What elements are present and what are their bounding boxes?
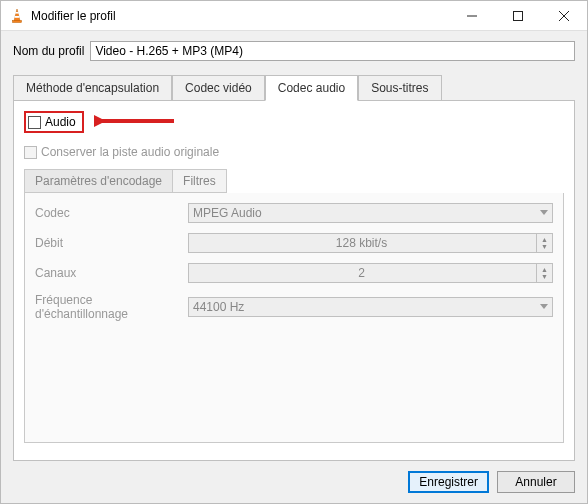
- svg-marker-10: [540, 210, 548, 215]
- keep-original-row: Conserver la piste audio originale: [24, 145, 564, 159]
- codec-select: MPEG Audio: [188, 203, 553, 223]
- chevron-down-icon: [540, 210, 548, 216]
- samplerate-value: 44100 Hz: [193, 300, 244, 314]
- vlc-cone-icon: [9, 8, 25, 24]
- tab-subtitles[interactable]: Sous-titres: [358, 75, 441, 100]
- subtab-encoding-params[interactable]: Paramètres d'encodage: [24, 169, 173, 193]
- channels-label: Canaux: [35, 266, 180, 280]
- codec-value: MPEG Audio: [193, 206, 262, 220]
- codec-label: Codec: [35, 206, 180, 220]
- encoding-subtabs: Paramètres d'encodage Filtres: [24, 169, 564, 193]
- cancel-button[interactable]: Annuler: [497, 471, 575, 493]
- spinner-arrows-icon: ▲▼: [536, 234, 548, 252]
- dialog-window: Modifier le profil Nom du profil Méthode…: [0, 0, 588, 504]
- tab-encapsulation[interactable]: Méthode d'encapsulation: [13, 75, 172, 100]
- encoding-params-area: Codec MPEG Audio Débit 128 kbit/s ▲▼: [24, 193, 564, 443]
- annotation-arrow-icon: [94, 111, 184, 131]
- audio-checkbox-highlight: Audio: [24, 111, 84, 133]
- profile-name-input[interactable]: [90, 41, 575, 61]
- close-button[interactable]: [541, 1, 587, 31]
- samplerate-row: Fréquence d'échantillonnage 44100 Hz: [35, 293, 553, 321]
- save-button[interactable]: Enregistrer: [408, 471, 489, 493]
- bitrate-label: Débit: [35, 236, 180, 250]
- keep-original-label: Conserver la piste audio originale: [41, 145, 219, 159]
- profile-name-label: Nom du profil: [13, 44, 84, 58]
- tab-audio-codec[interactable]: Codec audio: [265, 75, 358, 101]
- spinner-arrows-icon: ▲▼: [536, 264, 548, 282]
- svg-rect-1: [15, 12, 18, 14]
- samplerate-select: 44100 Hz: [188, 297, 553, 317]
- bitrate-row: Débit 128 kbit/s ▲▼: [35, 233, 553, 253]
- dialog-footer: Enregistrer Annuler: [1, 461, 587, 503]
- svg-marker-11: [540, 304, 548, 309]
- bitrate-spinner: 128 kbit/s ▲▼: [188, 233, 553, 253]
- svg-marker-0: [14, 9, 20, 21]
- minimize-button[interactable]: [449, 1, 495, 31]
- svg-rect-2: [15, 16, 20, 18]
- chevron-down-icon: [540, 304, 548, 310]
- audio-checkbox-label: Audio: [45, 115, 76, 129]
- audio-checkbox[interactable]: [28, 116, 41, 129]
- main-tabs: Méthode d'encapsulation Codec vidéo Code…: [13, 75, 575, 100]
- channels-row: Canaux 2 ▲▼: [35, 263, 553, 283]
- window-title: Modifier le profil: [31, 9, 449, 23]
- dialog-content: Nom du profil Méthode d'encapsulation Co…: [1, 31, 587, 461]
- maximize-button[interactable]: [495, 1, 541, 31]
- audio-codec-panel: Audio Conserver la piste audio originale…: [13, 100, 575, 461]
- channels-value: 2: [358, 266, 371, 280]
- channels-spinner: 2 ▲▼: [188, 263, 553, 283]
- subtab-filters[interactable]: Filtres: [173, 169, 227, 193]
- bitrate-value: 128 kbit/s: [336, 236, 393, 250]
- profile-name-row: Nom du profil: [13, 41, 575, 61]
- titlebar: Modifier le profil: [1, 1, 587, 31]
- svg-rect-5: [514, 11, 523, 20]
- keep-original-checkbox: [24, 146, 37, 159]
- svg-rect-3: [13, 20, 22, 22]
- tab-video-codec[interactable]: Codec vidéo: [172, 75, 265, 100]
- samplerate-label: Fréquence d'échantillonnage: [35, 293, 180, 321]
- codec-row: Codec MPEG Audio: [35, 203, 553, 223]
